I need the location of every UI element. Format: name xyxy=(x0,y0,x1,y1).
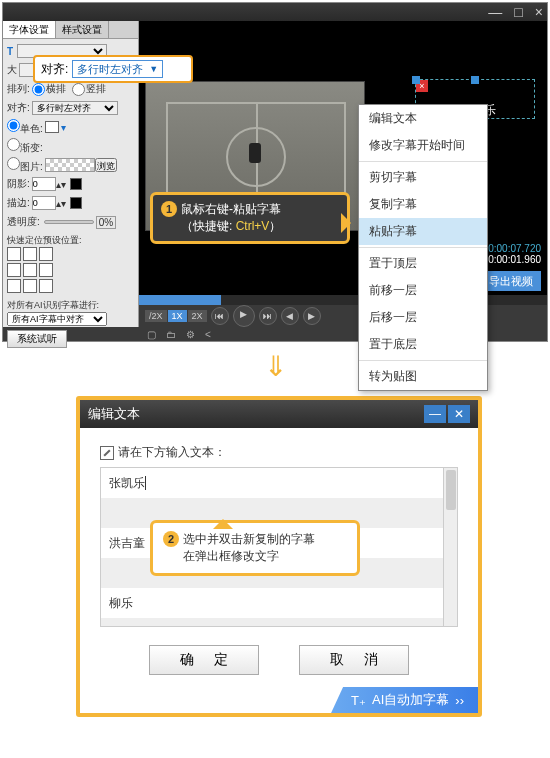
resize-handle[interactable] xyxy=(471,76,479,84)
ctx-paste-subtitle[interactable]: 粘贴字幕 xyxy=(359,218,487,245)
system-test-button[interactable]: 系统试听 xyxy=(7,330,67,348)
opacity-slider[interactable] xyxy=(44,220,94,224)
ctx-edit-text[interactable]: 编辑文本 xyxy=(359,105,487,132)
minimize-button[interactable]: — xyxy=(488,4,502,20)
dialog-title: 编辑文本 xyxy=(88,405,140,423)
stepper-icon[interactable]: ▴▾ xyxy=(56,198,66,209)
browse-button[interactable]: 浏览 xyxy=(95,158,117,172)
opacity-label: 透明度: xyxy=(7,215,40,229)
instruction-tooltip-2: 2选中并双击新复制的字幕 在弹出框修改文字 xyxy=(150,520,360,576)
align-label: 对齐: xyxy=(7,101,30,115)
play-button[interactable]: ▶ xyxy=(233,305,255,327)
ctx-bring-to-front[interactable]: 置于顶层 xyxy=(359,250,487,277)
ctx-modify-start-time[interactable]: 修改字幕开始时间 xyxy=(359,132,487,159)
shadow-label: 阴影: xyxy=(7,177,30,191)
color-swatch[interactable] xyxy=(45,121,59,133)
ok-button[interactable]: 确 定 xyxy=(149,645,259,675)
dialog-prompt: 请在下方输入文本： xyxy=(100,444,458,461)
ai-icon: T₊ xyxy=(351,693,366,708)
flow-arrow-icon: ⇓ xyxy=(264,350,287,383)
outline-color[interactable] xyxy=(70,197,82,209)
step-fwd-button[interactable]: ▶ xyxy=(303,307,321,325)
instruction-tooltip-1: 1鼠标右键-粘贴字幕 （快捷键: Ctrl+V） xyxy=(150,192,350,244)
ctx-cut-subtitle[interactable]: 剪切字幕 xyxy=(359,164,487,191)
align-select[interactable]: 多行时左对齐 xyxy=(32,101,118,115)
gradient-label[interactable]: 渐变: xyxy=(7,138,43,155)
dialog-titlebar: 编辑文本 — ✕ xyxy=(80,400,478,428)
image-preview xyxy=(45,158,95,172)
ctx-move-backward[interactable]: 后移一层 xyxy=(359,304,487,331)
ai-caption-select[interactable]: 所有AI字幕中对齐 xyxy=(7,312,107,326)
chevron-down-icon: ▼ xyxy=(149,64,158,74)
color-label[interactable]: 单色: xyxy=(7,119,43,136)
list-item[interactable]: 柳乐 xyxy=(101,588,457,618)
ai-auto-subtitle-button[interactable]: T₊ AI自动加字幕 ›› xyxy=(331,687,478,713)
arrange-horizontal[interactable]: 横排 xyxy=(32,82,66,96)
outline-input[interactable] xyxy=(32,196,56,210)
bottom-toolbar: ▢ 🗀 ⚙ < xyxy=(139,327,219,341)
step-number: 1 xyxy=(161,201,177,217)
ctx-copy-subtitle[interactable]: 复制字幕 xyxy=(359,191,487,218)
resize-handle[interactable] xyxy=(412,76,420,84)
opacity-value: 0% xyxy=(96,216,116,229)
ai-caption-label: 对所有AI识别字幕进行: xyxy=(7,299,134,312)
dialog-close-button[interactable]: ✕ xyxy=(448,405,470,423)
settings-icon[interactable]: ⚙ xyxy=(186,329,195,340)
ctx-convert-to-sticker[interactable]: 转为贴图 xyxy=(359,363,487,390)
close-button[interactable]: × xyxy=(535,4,543,20)
dialog-minimize-button[interactable]: — xyxy=(424,405,446,423)
align-callout-label: 对齐: xyxy=(41,61,68,78)
list-item[interactable]: 张凯乐 xyxy=(101,468,457,498)
tab-font-settings[interactable]: 字体设置 xyxy=(3,21,56,38)
align-combo[interactable]: 多行时左对齐▼ xyxy=(72,60,163,78)
step-number: 2 xyxy=(163,531,179,547)
image-label[interactable]: 图片: xyxy=(7,157,43,174)
text-tool-icon[interactable]: T xyxy=(7,46,13,57)
cancel-button[interactable]: 取 消 xyxy=(299,645,409,675)
tab-style-settings[interactable]: 样式设置 xyxy=(56,21,109,38)
color-dropdown-icon[interactable]: ▾ xyxy=(61,122,66,133)
window-titlebar: — □ × xyxy=(3,3,547,21)
arrange-vertical[interactable]: 竖排 xyxy=(72,82,106,96)
timecode-display: 00:00:07.720 00:00:01.960 xyxy=(483,243,541,265)
stepper-icon[interactable]: ▴▾ xyxy=(56,179,66,190)
context-menu: 编辑文本 修改字幕开始时间 剪切字幕 复制字幕 粘贴字幕 置于顶层 前移一层 后… xyxy=(358,104,488,391)
share-icon[interactable]: < xyxy=(205,329,211,340)
edit-icon xyxy=(100,446,114,460)
panel-tabs: 字体设置 样式设置 xyxy=(3,21,138,39)
chevron-right-icon: ›› xyxy=(455,693,464,708)
step-back-button[interactable]: ◀ xyxy=(281,307,299,325)
next-button[interactable]: ⏭ xyxy=(259,307,277,325)
video-subject xyxy=(249,143,261,163)
align-dropdown-highlight: 对齐: 多行时左对齐▼ xyxy=(33,55,193,83)
outline-label: 描边: xyxy=(7,196,30,210)
prev-button[interactable]: ⏮ xyxy=(211,307,229,325)
speed-toggle[interactable]: /2X 1X 2X xyxy=(145,310,207,322)
maximize-button[interactable]: □ xyxy=(514,4,522,20)
ctx-send-to-back[interactable]: 置于底层 xyxy=(359,331,487,358)
list-item[interactable] xyxy=(101,618,457,627)
ctx-move-forward[interactable]: 前移一层 xyxy=(359,277,487,304)
position-grid[interactable] xyxy=(7,247,134,293)
folder-icon[interactable]: 🗀 xyxy=(166,329,176,340)
size-label: 大 xyxy=(7,63,17,77)
quickpos-label: 快速定位预设位置: xyxy=(7,234,134,247)
scrollbar[interactable] xyxy=(443,468,457,626)
open-icon[interactable]: ▢ xyxy=(147,329,156,340)
shadow-input[interactable] xyxy=(32,177,56,191)
shadow-color[interactable] xyxy=(70,178,82,190)
arrange-label: 排列: xyxy=(7,82,30,96)
